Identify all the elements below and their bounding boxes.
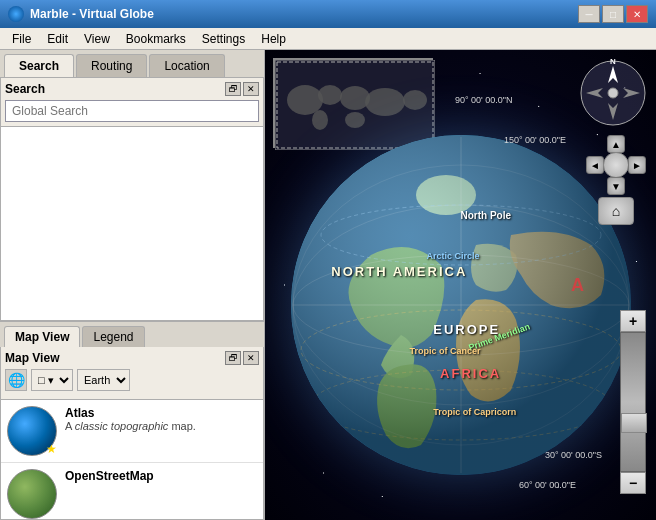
- map-view-toolbar: 🌐 □ ▾ Earth: [5, 369, 259, 391]
- atlas-name: Atlas: [65, 406, 257, 420]
- map-view-section: Map View 🗗 ✕ 🌐 □ ▾ Earth: [0, 347, 264, 400]
- menu-bar: File Edit View Bookmarks Settings Help: [0, 28, 656, 50]
- title-bar: Marble - Virtual Globe ─ □ ✕: [0, 0, 656, 28]
- nav-left-button[interactable]: ◄: [586, 156, 604, 174]
- map-view-close-button[interactable]: ✕: [243, 351, 259, 365]
- star-badge: ★: [46, 442, 57, 456]
- tab-routing[interactable]: Routing: [76, 54, 147, 77]
- map-list: ★ Atlas A classic topographic map. OpenS…: [0, 400, 264, 520]
- map-view-restore-button[interactable]: 🗗: [225, 351, 241, 365]
- atlas-description: A classic topographic map.: [65, 420, 257, 432]
- home-button[interactable]: ⌂: [598, 197, 634, 225]
- search-results: [0, 127, 264, 321]
- svg-text:N: N: [610, 58, 616, 66]
- nav-up-button[interactable]: ▲: [607, 135, 625, 153]
- tab-legend[interactable]: Legend: [82, 326, 144, 347]
- nav-down-button[interactable]: ▼: [607, 177, 625, 195]
- osm-thumbnail: [7, 469, 57, 519]
- earth-select[interactable]: Earth: [77, 369, 130, 391]
- map-view-section-header: Map View 🗗 ✕: [5, 351, 259, 365]
- nav-controls: ▲ ◄ ► ▼ ⌂: [586, 135, 646, 225]
- globe-svg: [291, 135, 631, 475]
- globe-icon-button[interactable]: 🌐: [5, 369, 27, 391]
- main-area: Search Routing Location Search 🗗 ✕ Map V…: [0, 50, 656, 520]
- nav-right-button[interactable]: ►: [628, 156, 646, 174]
- left-panel: Search Routing Location Search 🗗 ✕ Map V…: [0, 50, 265, 520]
- search-input[interactable]: [5, 100, 259, 122]
- map-view-controls: 🗗 ✕: [225, 351, 259, 365]
- menu-file[interactable]: File: [4, 30, 39, 48]
- menu-view[interactable]: View: [76, 30, 118, 48]
- zoom-in-button[interactable]: +: [620, 310, 646, 332]
- menu-settings[interactable]: Settings: [194, 30, 253, 48]
- list-item[interactable]: OpenStreetMap: [1, 463, 263, 520]
- list-item[interactable]: ★ Atlas A classic topographic map.: [1, 400, 263, 463]
- osm-name: OpenStreetMap: [65, 469, 257, 483]
- nav-dpad: ▲ ◄ ► ▼: [586, 135, 646, 195]
- top-tab-bar: Search Routing Location: [0, 50, 264, 77]
- window-controls: ─ □ ✕: [578, 5, 648, 23]
- zoom-track: [620, 332, 646, 472]
- search-section-header: Search 🗗 ✕: [5, 82, 259, 96]
- menu-help[interactable]: Help: [253, 30, 294, 48]
- atlas-info: Atlas A classic topographic map.: [65, 406, 257, 432]
- zoom-thumb[interactable]: [621, 413, 647, 433]
- menu-bookmarks[interactable]: Bookmarks: [118, 30, 194, 48]
- search-section-controls: 🗗 ✕: [225, 82, 259, 96]
- grid-select[interactable]: □ ▾: [31, 369, 73, 391]
- tab-map-view[interactable]: Map View: [4, 326, 80, 347]
- zoom-out-button[interactable]: −: [620, 472, 646, 494]
- search-section-title: Search: [5, 82, 45, 96]
- tab-location[interactable]: Location: [149, 54, 224, 77]
- globe[interactable]: NORTH AMERICA EUROPE AFRICA North Pole A…: [291, 135, 631, 475]
- map-marker-a: A: [571, 275, 584, 296]
- nav-center-button[interactable]: [603, 152, 629, 178]
- map-view-title: Map View: [5, 351, 59, 365]
- close-button[interactable]: ✕: [626, 5, 648, 23]
- app-icon: [8, 6, 24, 22]
- minimize-button[interactable]: ─: [578, 5, 600, 23]
- tab-search[interactable]: Search: [4, 54, 74, 77]
- maximize-button[interactable]: □: [602, 5, 624, 23]
- search-close-button[interactable]: ✕: [243, 82, 259, 96]
- zoom-controls: + −: [620, 310, 646, 494]
- osm-info: OpenStreetMap: [65, 469, 257, 483]
- svg-point-27: [291, 135, 631, 475]
- app-title: Marble - Virtual Globe: [30, 7, 154, 21]
- search-restore-button[interactable]: 🗗: [225, 82, 241, 96]
- bottom-tab-bar: Map View Legend: [0, 321, 264, 347]
- menu-edit[interactable]: Edit: [39, 30, 76, 48]
- search-section: Search 🗗 ✕: [0, 77, 264, 127]
- right-panel: N: [265, 50, 656, 520]
